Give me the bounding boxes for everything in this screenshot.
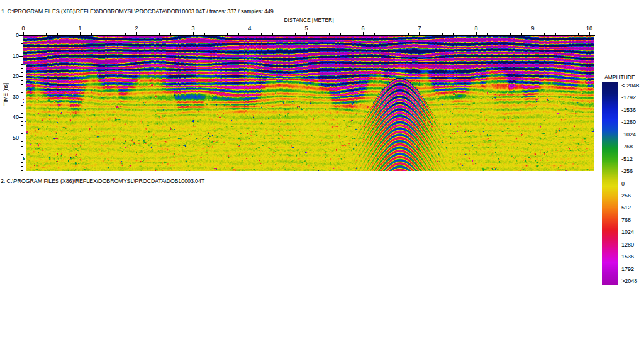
x-tick-label: 8 [474, 25, 477, 31]
colorbar-tick-label: 0 [621, 180, 625, 187]
x-tick-label: 3 [191, 25, 194, 31]
colorbar-tick-label: 768 [621, 217, 631, 223]
y-minor-tick [21, 84, 23, 85]
y-minor-tick [21, 125, 23, 126]
colorbar-tick-label: -512 [621, 156, 633, 162]
colorbar-tick-label: -1792 [621, 94, 636, 101]
y-minor-tick [21, 146, 23, 147]
y-minor-tick [21, 130, 23, 130]
y-major-tick [19, 35, 23, 36]
profile-2-title: 2. C:\PROGRAM FILES (X86)\REFLEX\DOBROMY… [1, 178, 204, 184]
reflexw-plot-window: 1. C:\PROGRAM FILES (X86)\REFLEX\DOBROMY… [0, 0, 644, 349]
x-tick-label: 5 [304, 25, 308, 31]
colorbar-tick-label: <-2048 [621, 82, 639, 89]
y-tick-label: 50 [0, 135, 19, 141]
colorbar-tick-label: 1280 [621, 241, 634, 248]
y-tick-label: 40 [0, 114, 19, 120]
y-major-tick [19, 97, 23, 97]
y-major-tick [19, 76, 23, 77]
y-minor-tick [21, 121, 23, 122]
colorbar-tick-label: -768 [621, 143, 633, 150]
y-minor-tick [21, 92, 23, 93]
colorbar-tick-label: -256 [621, 168, 633, 174]
x-tick-label: 1 [78, 25, 81, 31]
y-major-tick [19, 56, 23, 57]
x-tick-label: 0 [21, 25, 25, 31]
x-tick-label: 4 [248, 25, 251, 31]
colorbar-gradient [602, 82, 618, 285]
x-tick-label: 10 [586, 25, 592, 31]
x-tick-label: 9 [531, 25, 534, 31]
y-major-tick [19, 117, 23, 118]
colorbar-tick-label: 1536 [621, 253, 634, 260]
y-minor-tick [21, 150, 23, 150]
y-major-tick [19, 138, 23, 138]
profile-1-title: 1. C:\PROGRAM FILES (X86)\REFLEX\DOBROMY… [1, 8, 274, 14]
y-minor-tick [21, 68, 23, 69]
y-minor-tick [21, 40, 23, 40]
y-minor-tick [21, 133, 23, 134]
colorbar-tick-label: 1024 [621, 229, 634, 235]
y-minor-tick [21, 72, 23, 73]
colorbar-tick-label: >2048 [621, 278, 637, 284]
y-minor-tick [21, 43, 23, 44]
y-minor-tick [21, 52, 23, 52]
y-minor-tick [21, 48, 23, 48]
y-minor-tick [21, 154, 23, 155]
y-minor-tick [21, 141, 23, 142]
y-tick-label: 0 [0, 32, 19, 38]
colorbar-tick-label: 512 [621, 204, 631, 211]
x-tick-label: 2 [135, 25, 138, 31]
colorbar-tick-label: -1024 [621, 131, 636, 138]
colorbar-tick-label: 1792 [621, 266, 634, 272]
y-minor-tick [21, 113, 23, 114]
y-minor-tick [21, 166, 23, 167]
y-minor-tick [21, 162, 23, 163]
colorbar-tick-label: -1280 [621, 119, 636, 125]
y-minor-tick [21, 105, 23, 106]
y-tick-label: 30 [0, 94, 19, 100]
y-minor-tick [21, 64, 23, 65]
y-tick-label: 20 [0, 73, 19, 79]
y-minor-tick [21, 80, 23, 81]
colorbar-tick-label: -1536 [621, 107, 636, 113]
y-tick-label: 10 [0, 53, 19, 59]
radargram-canvas[interactable] [23, 36, 594, 171]
x-tick-label: 6 [361, 25, 364, 31]
y-minor-tick [21, 89, 23, 89]
y-minor-tick [21, 101, 23, 101]
x-tick-label: 7 [418, 25, 421, 31]
y-minor-tick [21, 170, 23, 171]
y-minor-tick [21, 60, 23, 60]
y-minor-tick [21, 109, 23, 109]
colorbar-tick-label: 256 [621, 192, 631, 199]
x-axis-label: DISTANCE [METER] [23, 17, 594, 23]
colorbar-title: AMPLITUDE [604, 74, 635, 80]
